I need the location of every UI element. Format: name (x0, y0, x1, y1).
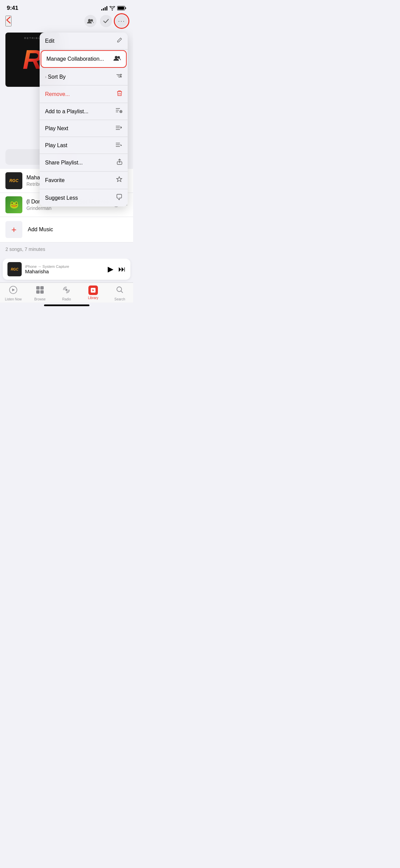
menu-item-add-playlist[interactable]: Add to a Playlist... (40, 103, 128, 120)
tab-browse[interactable]: Browse (27, 285, 54, 301)
menu-item-favorite[interactable]: Favorite (40, 172, 128, 189)
menu-item-play-next[interactable]: Play Next (40, 120, 128, 137)
now-playing-skip-button[interactable]: ⏭ (118, 265, 126, 274)
play-last-icon (115, 142, 122, 149)
add-playlist-label: Add to a Playlist... (45, 108, 88, 115)
share-icon (117, 159, 122, 166)
trash-icon (117, 90, 122, 98)
status-bar: 9:41 (0, 0, 133, 14)
tab-label-radio: Radio (62, 297, 71, 301)
battery-icon (117, 6, 126, 11)
people-icon (113, 55, 121, 62)
content-area: RETRIBU R GADGETHACKS Edit Manage Collab… (0, 30, 133, 259)
svg-point-4 (115, 56, 118, 59)
now-playing-source: iPhone → System Capture (25, 264, 104, 269)
track-thumbnail: RGC (5, 172, 22, 189)
svg-point-5 (118, 56, 120, 59)
tab-search[interactable]: Search (106, 285, 133, 301)
thumbs-down-icon (116, 194, 122, 202)
signal-bars-icon (101, 6, 107, 11)
svg-rect-1 (118, 7, 124, 10)
menu-item-edit[interactable]: Edit (40, 33, 128, 50)
now-playing-controls: ▶ ⏭ (108, 265, 126, 274)
menu-item-remove[interactable]: Remove... (40, 85, 128, 103)
menu-item-play-last[interactable]: Play Last (40, 137, 128, 154)
tab-label-search: Search (114, 297, 125, 301)
menu-item-share-playlist[interactable]: Share Playlist... (40, 154, 128, 172)
now-playing-bar[interactable]: RGC iPhone → System Capture Maharisha ▶ … (3, 259, 130, 280)
tab-bar: Listen Now Browse Radio (0, 282, 133, 302)
play-last-label: Play Last (45, 142, 67, 149)
edit-label: Edit (45, 38, 55, 44)
menu-item-suggest-less[interactable]: Suggest Less (40, 189, 128, 206)
now-playing-title: Maharisha (25, 269, 104, 274)
tab-label-listen-now: Listen Now (5, 297, 22, 301)
manage-collab-label: Manage Collaboration... (46, 56, 104, 62)
playlist-add-icon (115, 108, 122, 115)
now-playing-thumbnail: RGC (7, 262, 22, 276)
tab-listen-now[interactable]: Listen Now (0, 285, 27, 301)
browse-icon (36, 285, 44, 296)
track-thumbnail: 🐸 (5, 196, 22, 213)
svg-point-2 (88, 19, 91, 22)
tab-radio[interactable]: Radio (53, 285, 80, 301)
tab-label-browse: Browse (34, 297, 45, 301)
search-icon (115, 285, 124, 296)
wifi-icon (109, 6, 115, 11)
tab-label-library: Library (88, 296, 99, 300)
back-button[interactable] (5, 16, 12, 26)
star-icon (116, 176, 122, 184)
chevron-icon: › (45, 74, 46, 79)
remove-label: Remove... (45, 91, 70, 97)
svg-rect-11 (36, 286, 40, 290)
menu-item-manage-collab[interactable]: Manage Collaboration... (41, 51, 126, 67)
now-playing-play-button[interactable]: ▶ (108, 265, 113, 274)
tab-library[interactable]: Library (80, 285, 107, 300)
sort-by-label: Sort By (48, 74, 65, 80)
more-button[interactable]: ··· (115, 15, 128, 27)
svg-rect-12 (40, 286, 44, 290)
listen-now-icon (9, 285, 18, 296)
svg-rect-14 (40, 290, 44, 294)
status-icons (101, 6, 126, 11)
suggest-less-label: Suggest Less (45, 195, 78, 201)
nav-bar: ··· (0, 14, 133, 30)
now-playing-info: iPhone → System Capture Maharisha (25, 264, 104, 274)
add-music-item[interactable]: + Add Music (0, 217, 133, 242)
radio-icon (62, 285, 71, 296)
play-next-label: Play Next (45, 125, 68, 132)
home-indicator (44, 304, 89, 306)
status-time: 9:41 (7, 5, 18, 12)
svg-rect-13 (36, 290, 40, 294)
add-music-label: Add Music (28, 226, 53, 233)
svg-point-3 (91, 19, 93, 22)
sort-icon (116, 73, 122, 80)
pencil-icon (117, 37, 122, 44)
add-music-plus-icon: + (5, 221, 22, 238)
collaborators-button[interactable] (84, 15, 97, 27)
check-button[interactable] (100, 15, 112, 27)
play-next-icon (115, 125, 122, 132)
menu-item-sort-by[interactable]: › Sort By (40, 68, 128, 85)
dropdown-menu: Edit Manage Collaboration... (40, 33, 128, 206)
library-icon (88, 285, 98, 295)
favorite-label: Favorite (45, 177, 65, 183)
songs-count: 2 songs, 7 minutes (0, 242, 133, 259)
svg-point-15 (65, 289, 67, 291)
nav-icons: ··· (84, 15, 128, 27)
share-playlist-label: Share Playlist... (45, 160, 83, 166)
